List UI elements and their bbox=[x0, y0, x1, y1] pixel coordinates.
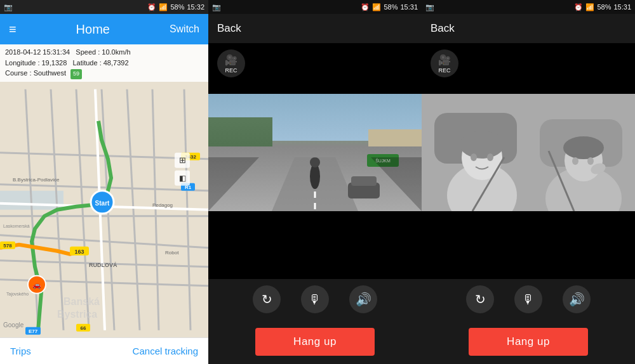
volume-icon2: 🔊 bbox=[569, 292, 585, 307]
video-header1: Back bbox=[208, 14, 422, 43]
refresh-button2[interactable]: ↻ bbox=[466, 285, 494, 313]
camera-icon: 📷 bbox=[4, 3, 13, 11]
svg-point-49 bbox=[310, 157, 320, 167]
svg-rect-51 bbox=[351, 176, 377, 186]
video-top-area2: 🎥 REC bbox=[422, 43, 635, 94]
hang-up-button1[interactable]: Hang up bbox=[255, 328, 375, 356]
video-controls1: ↻ 🎙 🔊 bbox=[208, 279, 422, 320]
svg-text:Banská: Banská bbox=[64, 296, 100, 306]
info-course: Course : Southwest 59 bbox=[5, 68, 203, 79]
rec-icon2: 🎥 bbox=[438, 54, 451, 66]
mic-button1[interactable]: 🎙 bbox=[301, 285, 329, 313]
camera-icon2: 📷 bbox=[212, 3, 221, 11]
app-header: ≡ Home Switch bbox=[0, 14, 208, 44]
volume-button1[interactable]: 🔊 bbox=[349, 285, 377, 313]
svg-text:⊞: ⊞ bbox=[179, 155, 186, 164]
map-panel: 📷 ⏰ 📶 58% 15:32 ≡ Home Switch 2018-04-12… bbox=[0, 0, 208, 364]
hang-up-area1: Hang up bbox=[208, 320, 422, 364]
svg-text:Pedagog: Pedagog bbox=[152, 202, 173, 207]
svg-point-62 bbox=[471, 153, 477, 161]
status-bar-video1: 📷 ⏰ 📶 58% 15:31 bbox=[208, 0, 422, 14]
status-right: ⏰ 📶 58% 15:32 bbox=[147, 3, 204, 11]
rec-icon1: 🎥 bbox=[225, 54, 237, 66]
interior-video-frame bbox=[422, 94, 635, 211]
svg-marker-54 bbox=[208, 157, 259, 211]
svg-text:Bystrica: Bystrica bbox=[57, 308, 97, 319]
mic-button2[interactable]: 🎙 bbox=[514, 285, 542, 313]
wifi-icon3: 📶 bbox=[585, 3, 594, 11]
menu-icon[interactable]: ≡ bbox=[9, 22, 17, 37]
app-title: Home bbox=[76, 22, 110, 37]
volume-icon1: 🔊 bbox=[356, 292, 371, 307]
info-coords: Longitude : 19,1328 Latitude : 48,7392 bbox=[5, 58, 203, 68]
svg-text:Google: Google bbox=[3, 321, 24, 328]
video-top-area1: 🎥 REC bbox=[208, 43, 422, 94]
time-label2: 15:31 bbox=[400, 3, 418, 11]
info-bar: 2018-04-12 15:31:34 Speed : 10.0km/h Lon… bbox=[0, 44, 208, 82]
time-label: 15:32 bbox=[187, 3, 204, 11]
mic-icon1: 🎙 bbox=[309, 292, 321, 307]
switch-button[interactable]: Switch bbox=[170, 23, 199, 35]
svg-text:RUDLOVÁ: RUDLOVÁ bbox=[89, 261, 117, 268]
refresh-button1[interactable]: ↻ bbox=[253, 285, 281, 313]
battery-label3: 58% bbox=[597, 3, 611, 11]
video-controls2: ↻ 🎙 🔊 bbox=[422, 279, 635, 320]
svg-point-61 bbox=[460, 131, 504, 159]
svg-text:Tajovského: Tajovského bbox=[6, 291, 29, 296]
alarm-icon2: ⏰ bbox=[361, 3, 370, 11]
wifi-icon2: 📶 bbox=[372, 3, 381, 11]
rec-button2[interactable]: 🎥 REC bbox=[431, 49, 458, 77]
rec-label2: REC bbox=[438, 67, 450, 74]
svg-point-68 bbox=[587, 157, 594, 165]
battery-label2: 58% bbox=[384, 3, 398, 11]
map-view[interactable]: 163 E77 R1 578 2432 66 🚗 Start Banská bbox=[0, 82, 208, 338]
dashcam-panel: 📷 ⏰ 📶 58% 15:31 Back 🎥 REC bbox=[208, 0, 422, 364]
trips-button[interactable]: Trips bbox=[10, 346, 31, 356]
svg-point-63 bbox=[487, 153, 493, 161]
svg-text:Robot: Robot bbox=[165, 249, 179, 255]
battery-label: 58% bbox=[170, 3, 184, 11]
svg-point-67 bbox=[572, 157, 578, 165]
wifi-icon: 📶 bbox=[159, 3, 168, 11]
video-bottom-area2 bbox=[422, 211, 635, 279]
svg-text:578: 578 bbox=[3, 242, 12, 248]
status-bar-video2: 📷 ⏰ 📶 58% 15:31 bbox=[422, 0, 635, 14]
svg-text:🚗: 🚗 bbox=[32, 280, 41, 289]
status-bar-map: 📷 ⏰ 📶 58% 15:32 bbox=[0, 0, 208, 14]
video-bottom-area1 bbox=[208, 211, 422, 279]
status-left: 📷 bbox=[4, 3, 13, 11]
svg-text:B.Bystrica-Podlavice: B.Bystrica-Podlavice bbox=[13, 176, 60, 182]
rec-label1: REC bbox=[225, 67, 237, 74]
svg-text:66: 66 bbox=[81, 325, 86, 330]
bottom-bar: Trips Cancel tracking bbox=[0, 337, 208, 364]
dashcam-road-view: ŠUJKM bbox=[208, 94, 422, 211]
alarm-icon3: ⏰ bbox=[574, 3, 583, 11]
interior-panel: 📷 ⏰ 📶 58% 15:31 Back 🎥 REC bbox=[422, 0, 635, 364]
camera-icon3: 📷 bbox=[425, 3, 434, 11]
cancel-tracking-button[interactable]: Cancel tracking bbox=[133, 346, 198, 356]
dashcam-video-frame: ŠUJKM bbox=[208, 94, 422, 211]
svg-text:Start: Start bbox=[95, 199, 110, 206]
course-badge: 59 bbox=[70, 69, 82, 79]
back-button1[interactable]: Back bbox=[217, 22, 241, 35]
video-header2: Back bbox=[422, 14, 635, 43]
info-datetime: 2018-04-12 15:31:34 Speed : 10.0km/h bbox=[5, 47, 203, 58]
hang-up-area2: Hang up bbox=[422, 320, 635, 364]
svg-text:E77: E77 bbox=[29, 328, 38, 334]
svg-text:◧: ◧ bbox=[179, 173, 186, 182]
svg-point-66 bbox=[563, 136, 604, 159]
svg-text:Laskomerská: Laskomerská bbox=[3, 223, 30, 228]
hang-up-button2[interactable]: Hang up bbox=[469, 328, 588, 356]
time-label3: 15:31 bbox=[613, 3, 631, 11]
refresh-icon2: ↻ bbox=[475, 292, 486, 307]
rec-button1[interactable]: 🎥 REC bbox=[217, 49, 245, 77]
svg-text:163: 163 bbox=[74, 248, 84, 254]
back-button2[interactable]: Back bbox=[431, 22, 455, 35]
alarm-icon: ⏰ bbox=[147, 3, 156, 11]
mic-icon2: 🎙 bbox=[522, 292, 535, 307]
volume-button2[interactable]: 🔊 bbox=[563, 285, 591, 313]
refresh-icon1: ↻ bbox=[262, 292, 272, 307]
